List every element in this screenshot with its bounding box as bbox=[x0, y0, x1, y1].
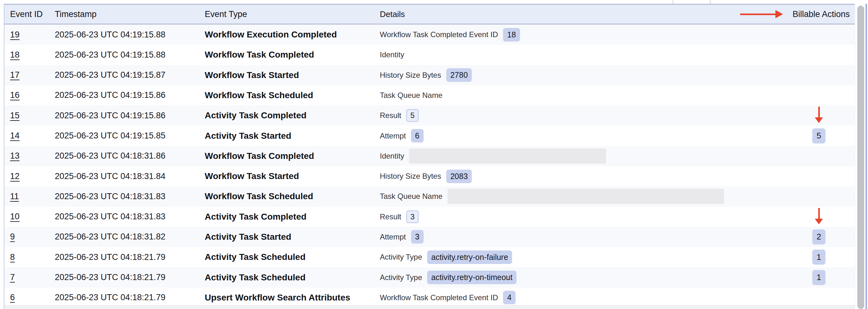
workflow-history-table: Event ID Timestamp Event Type Details Bi… bbox=[0, 0, 868, 309]
event-id-link[interactable]: 9 bbox=[10, 232, 15, 242]
event-id-link[interactable]: 16 bbox=[10, 90, 20, 100]
event-id-link[interactable]: 12 bbox=[10, 171, 20, 181]
billable-actions-cell bbox=[803, 105, 835, 126]
detail-label: History Size Bytes bbox=[380, 71, 441, 80]
event-timestamp: 2025-06-23 UTC 04:18:21.79 bbox=[55, 287, 165, 308]
event-type: Workflow Task Completed bbox=[205, 146, 314, 166]
table-row[interactable]: 12 2025-06-23 UTC 04:18:31.84 Workflow T… bbox=[4, 166, 855, 186]
billable-actions-chip: 2 bbox=[812, 229, 826, 244]
event-type: Workflow Task Scheduled bbox=[205, 186, 313, 206]
detail-label: Attempt bbox=[380, 233, 406, 241]
detail-value-chip: 18 bbox=[503, 28, 520, 41]
event-details: Result 3 bbox=[380, 207, 418, 227]
event-timestamp: 2025-06-23 UTC 04:19:15.85 bbox=[55, 126, 165, 146]
table-row[interactable]: 8 2025-06-23 UTC 04:18:21.79 Activity Ta… bbox=[4, 247, 855, 267]
redacted-value-block bbox=[447, 189, 724, 204]
event-type: Activity Task Completed bbox=[205, 105, 306, 126]
detail-label: Task Queue Name bbox=[380, 91, 442, 100]
event-timestamp: 2025-06-23 UTC 04:19:15.88 bbox=[55, 25, 165, 45]
detail-value-chip: 6 bbox=[411, 129, 424, 142]
detail-value-chip: 3 bbox=[406, 210, 418, 223]
event-timestamp: 2025-06-23 UTC 04:18:31.84 bbox=[55, 166, 165, 186]
event-timestamp: 2025-06-23 UTC 04:18:31.83 bbox=[55, 207, 165, 227]
event-type: Activity Task Started bbox=[205, 126, 291, 146]
horizontal-scrollbar-gutter[interactable] bbox=[4, 305, 855, 309]
table-row[interactable]: 13 2025-06-23 UTC 04:18:31.86 Workflow T… bbox=[4, 146, 855, 166]
table-body: 19 2025-06-23 UTC 04:19:15.88 Workflow E… bbox=[4, 25, 855, 308]
table-row[interactable]: 18 2025-06-23 UTC 04:19:15.88 Workflow T… bbox=[4, 45, 855, 65]
vertical-scrollbar-thumb[interactable] bbox=[857, 6, 864, 309]
event-details: Attempt 6 bbox=[380, 126, 424, 146]
event-id-link[interactable]: 13 bbox=[10, 151, 20, 161]
event-id-link[interactable]: 8 bbox=[10, 252, 15, 262]
event-type: Workflow Task Started bbox=[205, 166, 299, 186]
top-strip-divider bbox=[710, 0, 711, 4]
detail-label: Result bbox=[380, 111, 401, 120]
event-type: Workflow Task Completed bbox=[205, 45, 314, 65]
top-strip bbox=[0, 0, 868, 4]
event-timestamp: 2025-06-23 UTC 04:19:15.86 bbox=[55, 85, 165, 105]
event-type: Activity Task Scheduled bbox=[205, 267, 306, 287]
detail-label: Attempt bbox=[380, 132, 406, 140]
red-arrow-down-icon bbox=[815, 208, 823, 225]
billable-actions-cell bbox=[803, 186, 835, 206]
column-header-billable-actions: Billable Actions bbox=[740, 5, 850, 24]
event-id-link[interactable]: 18 bbox=[10, 50, 20, 60]
event-id-link[interactable]: 17 bbox=[10, 70, 20, 80]
detail-value-chip: 2083 bbox=[446, 170, 472, 183]
event-id-link[interactable]: 19 bbox=[10, 30, 20, 40]
table-row[interactable]: 9 2025-06-23 UTC 04:18:31.82 Activity Ta… bbox=[4, 227, 855, 247]
detail-label: Workflow Task Completed Event ID bbox=[380, 293, 498, 302]
column-header-event-type: Event Type bbox=[205, 5, 247, 24]
detail-value-chip: 3 bbox=[411, 230, 424, 244]
billable-actions-cell bbox=[803, 85, 835, 105]
billable-actions-label: Billable Actions bbox=[793, 9, 850, 19]
event-id-link[interactable]: 15 bbox=[10, 111, 20, 121]
detail-label: Result bbox=[380, 212, 401, 221]
event-timestamp: 2025-06-23 UTC 04:18:31.86 bbox=[55, 146, 165, 166]
event-id-link[interactable]: 6 bbox=[10, 293, 15, 302]
table-row[interactable]: 10 2025-06-23 UTC 04:18:31.83 Activity T… bbox=[4, 207, 855, 227]
column-header-event-id: Event ID bbox=[10, 5, 43, 24]
event-details: Task Queue Name bbox=[380, 186, 724, 206]
billable-actions-cell bbox=[803, 287, 835, 308]
table-row[interactable]: 19 2025-06-23 UTC 04:19:15.88 Workflow E… bbox=[4, 25, 855, 45]
table-row[interactable]: 14 2025-06-23 UTC 04:19:15.85 Activity T… bbox=[4, 126, 855, 146]
event-details: Activity Type activity.retry-on-timeout bbox=[380, 267, 517, 287]
event-id-link[interactable]: 14 bbox=[10, 131, 20, 141]
event-timestamp: 2025-06-23 UTC 04:18:31.82 bbox=[55, 227, 165, 247]
event-timestamp: 2025-06-23 UTC 04:19:15.87 bbox=[55, 65, 165, 85]
billable-actions-cell bbox=[803, 166, 835, 186]
detail-value-chip: activity.retry-on-failure bbox=[427, 250, 512, 264]
vertical-scrollbar-track[interactable] bbox=[855, 4, 866, 309]
billable-actions-cell bbox=[803, 207, 835, 227]
event-type: Activity Task Started bbox=[205, 227, 291, 247]
event-id-link[interactable]: 11 bbox=[10, 192, 19, 201]
red-arrow-right-icon bbox=[740, 10, 783, 18]
billable-actions-cell: 1 bbox=[803, 247, 835, 267]
event-details: Activity Type activity.retry-on-failure bbox=[380, 247, 512, 267]
detail-label: Workflow Task Completed Event ID bbox=[380, 30, 498, 39]
table-row[interactable]: 6 2025-06-23 UTC 04:18:21.79 Upsert Work… bbox=[4, 287, 855, 308]
detail-label: Activity Type bbox=[380, 273, 422, 282]
billable-actions-cell bbox=[803, 45, 835, 65]
billable-actions-cell bbox=[803, 65, 835, 85]
table-row[interactable]: 15 2025-06-23 UTC 04:19:15.86 Activity T… bbox=[4, 105, 855, 126]
event-type: Activity Task Completed bbox=[205, 207, 306, 227]
billable-actions-cell bbox=[803, 25, 835, 45]
event-id-link[interactable]: 7 bbox=[10, 273, 15, 282]
table-row[interactable]: 16 2025-06-23 UTC 04:19:15.86 Workflow T… bbox=[4, 85, 855, 105]
detail-value-chip: 5 bbox=[406, 109, 418, 122]
event-type: Workflow Task Scheduled bbox=[205, 85, 313, 105]
detail-label: History Size Bytes bbox=[380, 172, 441, 181]
event-details: Attempt 3 bbox=[380, 227, 424, 247]
event-id-link[interactable]: 10 bbox=[10, 212, 20, 221]
event-details: Workflow Task Completed Event ID 4 bbox=[380, 287, 516, 308]
red-arrow-down-icon bbox=[815, 107, 823, 123]
detail-value-chip: 2780 bbox=[446, 68, 472, 82]
event-timestamp: 2025-06-23 UTC 04:19:15.86 bbox=[55, 105, 165, 126]
table-row[interactable]: 11 2025-06-23 UTC 04:18:31.83 Workflow T… bbox=[4, 186, 855, 206]
table-row[interactable]: 17 2025-06-23 UTC 04:19:15.87 Workflow T… bbox=[4, 65, 855, 85]
billable-actions-cell: 5 bbox=[803, 126, 835, 146]
table-row[interactable]: 7 2025-06-23 UTC 04:18:21.79 Activity Ta… bbox=[4, 267, 855, 287]
